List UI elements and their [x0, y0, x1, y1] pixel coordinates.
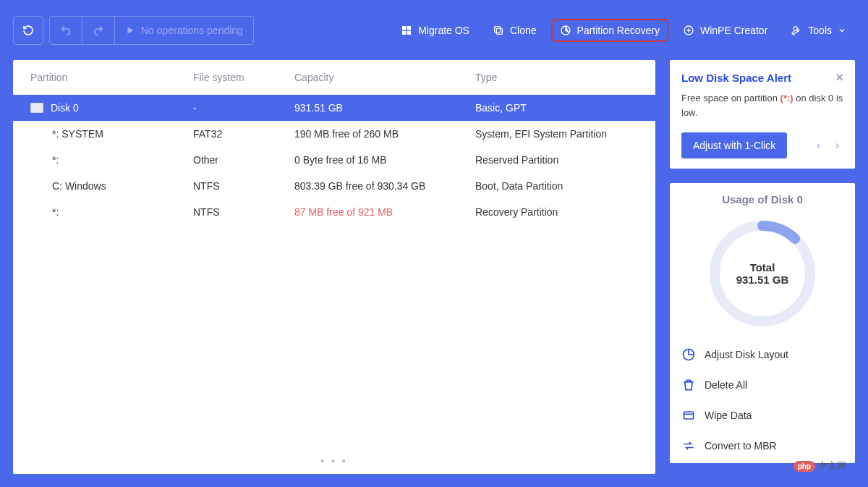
alert-text-before: Free space on partition: [681, 93, 780, 103]
partition-recovery-button[interactable]: Partition Recovery: [551, 19, 668, 42]
partition-fs: NTFS: [193, 206, 294, 218]
table-header-row: Partition File system Capacity Type: [13, 60, 655, 95]
convert-mbr-label: Convert to MBR: [705, 440, 777, 452]
resize-handle[interactable]: • • •: [13, 451, 655, 471]
adjust-one-click-button[interactable]: Adjust with 1-Click: [681, 132, 787, 158]
partition-fs: Other: [193, 154, 294, 166]
tools-label: Tools: [808, 25, 832, 36]
pie-chart-icon: [681, 347, 696, 362]
usage-title: Usage of Disk 0: [681, 193, 843, 206]
redo-button[interactable]: [82, 17, 115, 44]
adjust-layout-button[interactable]: Adjust Disk Layout: [681, 347, 843, 362]
svg-rect-1: [407, 26, 411, 30]
partition-type: System, EFI System Partition: [475, 128, 638, 140]
usage-center-value: 931.51 GB: [736, 274, 789, 286]
partition-name: *: SYSTEM: [52, 128, 103, 140]
disk-capacity: 931.51 GB: [294, 102, 475, 114]
winpe-label: WinPE Creator: [700, 25, 767, 36]
undo-button[interactable]: [50, 17, 82, 44]
partition-name: *:: [52, 154, 59, 166]
history-group: No operations pending: [49, 16, 254, 45]
partition-row[interactable]: C: WindowsNTFS803.39 GB free of 930.34 G…: [13, 173, 655, 199]
partition-name: *:: [52, 206, 59, 218]
refresh-icon: [22, 24, 34, 37]
run-pending-button[interactable]: No operations pending: [115, 17, 253, 44]
partition-capacity: 803.39 GB free of 930.34 GB: [294, 180, 475, 192]
pie-icon: [560, 25, 571, 36]
usage-donut-chart: Total 931.51 GB: [705, 216, 820, 331]
svg-rect-5: [495, 26, 501, 32]
recovery-label: Partition Recovery: [577, 25, 660, 36]
partition-type: Boot, Data Partition: [475, 180, 638, 192]
partition-row[interactable]: *: SYSTEMFAT32190 MB free of 260 MBSyste…: [13, 121, 655, 147]
svg-rect-4: [496, 28, 502, 34]
close-icon[interactable]: ×: [835, 70, 843, 85]
header-filesystem: File system: [193, 72, 294, 83]
svg-rect-11: [684, 412, 693, 419]
disk-actions-list: Adjust Disk Layout Delete All Wipe Data …: [681, 347, 843, 453]
svg-rect-0: [402, 26, 406, 30]
partition-table-panel: Partition File system Capacity Type Disk…: [13, 60, 655, 474]
delete-all-label: Delete All: [705, 379, 747, 391]
content-area: Partition File system Capacity Type Disk…: [0, 60, 868, 487]
partition-row[interactable]: *:NTFS87 MB free of 921 MBRecovery Parti…: [13, 199, 655, 225]
partition-capacity: 190 MB free of 260 MB: [294, 128, 475, 140]
winpe-creator-button[interactable]: WinPE Creator: [674, 19, 776, 42]
wrench-icon: [791, 25, 802, 36]
header-capacity: Capacity: [294, 72, 475, 83]
convert-icon: [681, 439, 696, 453]
delete-all-button[interactable]: Delete All: [681, 378, 843, 392]
alert-prev-button[interactable]: ‹: [812, 136, 825, 155]
disk-usage-card: Usage of Disk 0 Total 931.51 GB Adjust D…: [670, 183, 855, 463]
pending-label: No operations pending: [141, 25, 243, 36]
partition-type: Reserved Partition: [475, 154, 638, 166]
alert-next-button[interactable]: ›: [831, 136, 843, 155]
clone-icon: [493, 25, 504, 36]
disk-name: Disk 0: [51, 102, 79, 114]
adjust-layout-label: Adjust Disk Layout: [705, 349, 788, 360]
disk-icon: [30, 103, 43, 113]
clone-button[interactable]: Clone: [484, 19, 545, 42]
low-space-alert-card: Low Disk Space Alert × Free space on par…: [670, 60, 855, 169]
usage-center-label: Total: [750, 261, 775, 274]
grid-icon: [401, 25, 412, 36]
partition-type: Recovery Partition: [475, 206, 638, 218]
partition-capacity: 87 MB free of 921 MB: [294, 206, 475, 218]
disk-type: Basic, GPT: [475, 102, 638, 114]
trash-icon: [681, 378, 696, 392]
partition-capacity: 0 Byte free of 16 MB: [294, 154, 475, 166]
partition-name: C: Windows: [52, 180, 106, 192]
wipe-data-label: Wipe Data: [705, 410, 752, 421]
clone-label: Clone: [510, 25, 537, 36]
top-toolbar: No operations pending Migrate OS Clone P…: [0, 0, 868, 60]
header-type: Type: [475, 72, 638, 83]
wipe-icon: [681, 408, 696, 423]
redo-icon: [93, 25, 104, 36]
play-icon: [125, 25, 135, 35]
migrate-os-button[interactable]: Migrate OS: [392, 19, 478, 42]
alert-title: Low Disk Space Alert: [681, 72, 791, 84]
disk-fs: -: [193, 102, 294, 114]
svg-rect-2: [402, 30, 406, 34]
partition-fs: NTFS: [193, 180, 294, 192]
svg-rect-3: [407, 30, 411, 34]
refresh-button[interactable]: [13, 16, 43, 45]
undo-icon: [60, 25, 72, 36]
migrate-label: Migrate OS: [418, 25, 469, 36]
disk-row[interactable]: Disk 0 - 931.51 GB Basic, GPT: [13, 95, 655, 121]
alert-text: Free space on partition (*:) on disk 0 i…: [681, 91, 843, 119]
tools-menu-button[interactable]: Tools: [782, 19, 855, 42]
partition-fs: FAT32: [193, 128, 294, 140]
header-partition: Partition: [30, 72, 193, 83]
sidebar: Low Disk Space Alert × Free space on par…: [670, 60, 855, 474]
wipe-data-button[interactable]: Wipe Data: [681, 408, 843, 423]
alert-partition-name: (*:): [780, 93, 793, 103]
chevron-down-icon: [838, 26, 846, 35]
convert-mbr-button[interactable]: Convert to MBR: [681, 439, 843, 453]
partition-row[interactable]: *:Other0 Byte free of 16 MBReserved Part…: [13, 147, 655, 173]
plus-circle-icon: [683, 25, 694, 36]
